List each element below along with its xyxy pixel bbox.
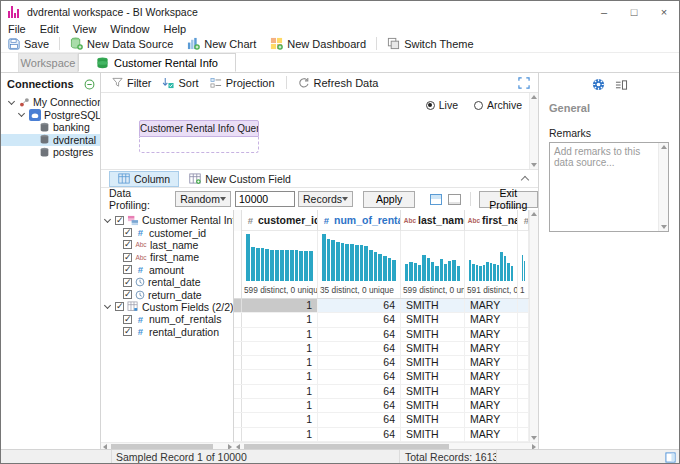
field-item-first-name[interactable]: Abcfirst_name (101, 251, 233, 263)
compact-view-toggle-icon[interactable] (448, 194, 460, 205)
field-group-custom-fields-2-2[interactable]: Custom Fields (2/2) (101, 301, 233, 313)
table-cell[interactable]: 64 (318, 299, 401, 312)
row-header[interactable] (234, 299, 242, 312)
table-cell[interactable]: 64 (318, 385, 401, 398)
table-cell[interactable]: MARY (465, 328, 518, 341)
new-custom-field-button[interactable]: New Custom Field (189, 173, 291, 185)
table-cell[interactable]: MARY (465, 356, 518, 369)
table-cell[interactable] (518, 313, 529, 326)
table-cell[interactable]: MARY (465, 342, 518, 355)
chevron-down-icon[interactable] (104, 302, 111, 309)
field-item-rental-date[interactable]: rental_date (101, 276, 233, 288)
table-cell[interactable] (518, 342, 529, 355)
menu-window[interactable]: Window (103, 23, 156, 35)
table-cell[interactable]: 1 (242, 299, 318, 312)
column-header-first-name[interactable]: Abcfirst_name (465, 210, 518, 231)
radio-archive[interactable]: Archive (474, 99, 522, 111)
panel-toggle-icon[interactable] (615, 78, 628, 91)
table-cell[interactable]: 64 (318, 413, 401, 426)
row-header[interactable] (234, 370, 242, 383)
remarks-textarea[interactable] (549, 142, 669, 232)
menu-help[interactable]: Help (156, 23, 193, 35)
tab-customer-rental-info[interactable]: Customer Rental Info (78, 53, 236, 72)
checkbox[interactable] (123, 240, 132, 249)
table-cell[interactable] (518, 399, 529, 412)
profile-view-toggle-icon[interactable] (430, 194, 442, 205)
table-cell[interactable]: MARY (465, 413, 518, 426)
table-cell[interactable]: SMITH (401, 356, 465, 369)
table-cell[interactable]: SMITH (401, 313, 465, 326)
checkbox[interactable] (123, 253, 132, 262)
table-cell[interactable]: 1 (242, 342, 318, 355)
toolbar-new-chart-button[interactable]: New Chart (180, 35, 263, 53)
checkbox[interactable] (115, 302, 124, 311)
toolbar-new-data-source-button[interactable]: New Data Source (63, 35, 180, 53)
table-cell[interactable] (518, 356, 529, 369)
minimize-button[interactable]: – (589, 1, 619, 22)
checkbox[interactable] (115, 216, 124, 225)
menu-view[interactable]: View (66, 23, 104, 35)
table-cell[interactable]: 1 (242, 399, 318, 412)
table-cell[interactable] (518, 370, 529, 383)
table-cell[interactable]: 64 (318, 313, 401, 326)
table-cell[interactable] (518, 328, 529, 341)
field-item-last-name[interactable]: Abclast_name (101, 239, 233, 251)
sample-unit-select[interactable]: Records (298, 191, 353, 207)
table-cell[interactable]: 1 (242, 356, 318, 369)
table-cell[interactable]: 64 (318, 342, 401, 355)
table-cell[interactable] (518, 413, 529, 426)
row-header[interactable] (234, 413, 242, 426)
row-header[interactable] (234, 356, 242, 369)
query-node[interactable]: Customer Rental Info Query (139, 120, 259, 153)
table-cell[interactable]: SMITH (401, 385, 465, 398)
field-item-customer-id[interactable]: #customer_id (101, 226, 233, 238)
column-header-last-name[interactable]: Abclast_name (401, 210, 465, 231)
connection-item-dvdrental[interactable]: dvdrental (1, 134, 100, 147)
table-cell[interactable]: MARY (465, 428, 518, 441)
connection-item-postgresql[interactable]: PostgreSQL (1, 109, 100, 122)
table-cell[interactable]: 1 (242, 313, 318, 326)
filter-button[interactable]: Filter (112, 77, 151, 89)
table-cell[interactable]: SMITH (401, 370, 465, 383)
table-cell[interactable]: 64 (318, 399, 401, 412)
sampling-method-select[interactable]: Random (175, 191, 231, 207)
table-cell[interactable]: SMITH (401, 428, 465, 441)
column-header-num-of-rentals[interactable]: #num_of_rentals (318, 210, 401, 231)
connection-item-banking[interactable]: banking (1, 121, 100, 134)
connection-item-my-connections[interactable]: My Connections (1, 96, 100, 109)
table-cell[interactable]: MARY (465, 299, 518, 312)
row-header[interactable] (234, 399, 242, 412)
table-cell[interactable]: 1 (242, 370, 318, 383)
table-cell[interactable]: 1 (242, 385, 318, 398)
table-cell[interactable]: SMITH (401, 342, 465, 355)
table-cell[interactable]: 64 (318, 428, 401, 441)
remarks-scrollbar[interactable] (658, 143, 668, 231)
menu-file[interactable]: File (1, 23, 33, 35)
table-cell[interactable]: SMITH (401, 328, 465, 341)
collapse-section-icon[interactable] (521, 176, 529, 184)
table-cell[interactable]: SMITH (401, 299, 465, 312)
toolbar-switch-theme-button[interactable]: Switch Theme (380, 35, 481, 53)
close-button[interactable]: × (649, 1, 679, 22)
exit-profiling-button[interactable]: Exit Profiling (479, 191, 538, 208)
collapse-all-icon[interactable] (84, 79, 95, 90)
toolbar-new-dashboard-button[interactable]: New Dashboard (263, 35, 373, 53)
table-cell[interactable]: MARY (465, 385, 518, 398)
table-cell[interactable]: 1 (242, 413, 318, 426)
checkbox[interactable] (123, 290, 132, 299)
table-cell[interactable]: 64 (318, 356, 401, 369)
maximize-button[interactable]: □ (619, 1, 649, 22)
field-item-amount[interactable]: #amount (101, 264, 233, 276)
tab-column[interactable]: Column (109, 171, 179, 187)
tab-workspace[interactable]: Workspace (18, 53, 78, 72)
fullscreen-icon[interactable] (518, 77, 530, 89)
table-vscrollbar[interactable] (529, 210, 538, 442)
table-cell[interactable]: 64 (318, 370, 401, 383)
table-cell[interactable]: MARY (465, 370, 518, 383)
row-header[interactable] (234, 313, 242, 326)
sample-size-input[interactable] (235, 191, 295, 207)
refresh-data-button[interactable]: Refresh Data (298, 77, 379, 89)
sort-button[interactable]: Sort (162, 77, 198, 89)
menu-edit[interactable]: Edit (33, 23, 66, 35)
connection-item-postgres[interactable]: postgres (1, 146, 100, 159)
